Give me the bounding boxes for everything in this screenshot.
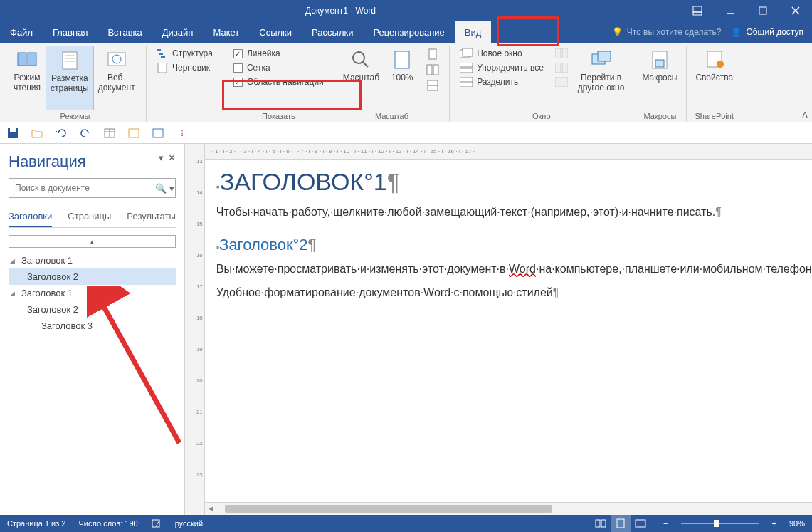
- nav-tab-headings[interactable]: Заголовки: [9, 207, 52, 227]
- open-icon[interactable]: [31, 127, 43, 139]
- zoom-slider[interactable]: [681, 523, 759, 524]
- nav-tab-results[interactable]: Результаты: [127, 207, 175, 227]
- one-page-icon[interactable]: [426, 48, 439, 60]
- lightbulb-icon: 💡: [612, 27, 623, 37]
- nav-pane-title: Навигация: [9, 152, 176, 171]
- new-window-button[interactable]: Новое окно: [460, 48, 544, 58]
- search-icon[interactable]: 🔍 ▾: [154, 179, 175, 197]
- save-icon[interactable]: [7, 127, 19, 139]
- nav-search: 🔍 ▾: [9, 178, 176, 198]
- tab-design[interactable]: Дизайн: [152, 21, 204, 43]
- zoom-in-button[interactable]: +: [772, 519, 776, 528]
- nav-tab-pages[interactable]: Страницы: [68, 207, 111, 227]
- tell-me-search[interactable]: 💡 Что вы хотите сделать?: [612, 27, 722, 37]
- svg-rect-48: [129, 129, 139, 137]
- collapse-ribbon-icon[interactable]: ᐱ: [802, 110, 808, 120]
- paragraph: Чтобы·начать·работу,·щелкните·любой·заме…: [216, 203, 812, 221]
- scroll-thumb[interactable]: [225, 505, 552, 513]
- file-tab[interactable]: Файл: [0, 21, 43, 43]
- zoom-button[interactable]: Масштаб: [339, 46, 384, 110]
- picture-icon[interactable]: [152, 127, 164, 139]
- tab-mailings[interactable]: Рассылки: [302, 21, 363, 43]
- group-label-modes: Режимы: [4, 112, 146, 120]
- ruler-checkbox[interactable]: ✓Линейка: [233, 48, 324, 58]
- svg-line-19: [363, 62, 368, 67]
- table2-icon[interactable]: [128, 127, 139, 139]
- status-word-count[interactable]: Число слов: 190: [78, 519, 137, 528]
- page-width-icon[interactable]: [426, 80, 439, 91]
- tab-references[interactable]: Ссылки: [249, 21, 302, 43]
- svg-rect-53: [596, 520, 600, 527]
- grid-checkbox[interactable]: Сетка: [233, 63, 324, 73]
- switch-windows-button[interactable]: Перейти в другое окно: [574, 46, 629, 110]
- table-icon[interactable]: [104, 127, 115, 139]
- status-page[interactable]: Страница 1 из 2: [7, 519, 65, 528]
- clear-format-icon[interactable]: ⁞: [176, 127, 188, 139]
- tab-insert[interactable]: Вставка: [97, 21, 152, 43]
- web-layout-icon: [105, 48, 128, 71]
- share-button[interactable]: 👤 Общий доступ: [731, 27, 803, 37]
- zoom-out-button[interactable]: −: [663, 519, 668, 528]
- arrange-all-button[interactable]: Упорядочить все: [460, 63, 544, 73]
- multi-page-icon[interactable]: [426, 64, 439, 75]
- read-mode-button[interactable]: Режим чтения: [9, 46, 46, 110]
- group-label-show: Показать: [223, 112, 334, 120]
- svg-rect-8: [63, 52, 77, 69]
- group-label-sharepoint: SharePoint: [687, 112, 742, 120]
- svg-rect-55: [617, 519, 624, 528]
- nav-search-input[interactable]: [9, 179, 154, 197]
- undo-icon[interactable]: [56, 127, 67, 139]
- checkbox-checked-icon: ✓: [233, 49, 243, 58]
- tree-item-h2-1[interactable]: Заголовок 2: [9, 268, 176, 285]
- highlight-view-tab: [497, 16, 559, 46]
- close-button[interactable]: [779, 0, 812, 21]
- page-layout-button[interactable]: Разметка страницы: [46, 46, 94, 110]
- nav-tree: ◢Заголовок 1 Заголовок 2 ◢Заголовок 1 За…: [9, 252, 176, 334]
- minimize-button[interactable]: [714, 0, 747, 21]
- tab-view[interactable]: Вид: [455, 21, 492, 43]
- horizontal-ruler: · 1 · ı · 2 · ı · 3 · ı · 4 · ı · 5 · ı …: [205, 144, 812, 160]
- svg-rect-28: [460, 63, 473, 67]
- svg-rect-32: [555, 48, 561, 58]
- svg-rect-6: [18, 53, 26, 66]
- draft-button[interactable]: Черновик: [157, 63, 213, 73]
- split-button[interactable]: Разделить: [460, 77, 544, 87]
- zoom-100-button[interactable]: 100%: [384, 46, 421, 110]
- tree-item-h3-1[interactable]: Заголовок 3: [9, 318, 176, 334]
- macros-button[interactable]: Макросы: [638, 46, 682, 110]
- svg-rect-7: [28, 53, 36, 66]
- svg-rect-22: [427, 65, 432, 75]
- tab-home[interactable]: Главная: [43, 21, 97, 43]
- read-view-icon[interactable]: [591, 515, 611, 532]
- structure-icon: [157, 48, 168, 58]
- structure-button[interactable]: Структура: [157, 48, 213, 58]
- page-layout-icon: [58, 49, 81, 72]
- tree-item-h2-2[interactable]: Заголовок 2: [9, 301, 176, 318]
- svg-rect-49: [153, 129, 163, 137]
- tab-review[interactable]: Рецензирование: [363, 21, 454, 43]
- status-language[interactable]: русский: [175, 519, 203, 528]
- dropdown-icon[interactable]: ▾: [159, 152, 164, 163]
- properties-button[interactable]: Свойства: [691, 46, 737, 110]
- redo-icon[interactable]: [80, 127, 91, 139]
- draft-icon: [157, 63, 168, 73]
- switch-windows-icon: [590, 48, 613, 71]
- document-page[interactable]: ▪ЗАГОЛОВОК°1¶ Чтобы·начать·работу,·щелкн…: [205, 160, 812, 502]
- web-layout-button[interactable]: Веб- документ: [94, 46, 139, 110]
- spell-check-icon[interactable]: [151, 518, 162, 528]
- tree-item-h1-1[interactable]: ◢Заголовок 1: [9, 252, 176, 268]
- ribbon-options-icon[interactable]: [681, 0, 714, 21]
- svg-rect-15: [159, 53, 163, 55]
- web-view-icon[interactable]: [631, 515, 650, 532]
- close-pane-icon[interactable]: ✕: [168, 152, 176, 163]
- navigation-pane-checkbox[interactable]: ✓Область навигации: [233, 77, 324, 87]
- tab-layout[interactable]: Макет: [203, 21, 249, 43]
- split-icon: [460, 77, 473, 87]
- horizontal-scrollbar[interactable]: ◂ ▸: [205, 502, 812, 515]
- tree-item-h1-2[interactable]: ◢Заголовок 1: [9, 285, 176, 301]
- maximize-button[interactable]: [747, 0, 779, 21]
- svg-rect-21: [429, 49, 436, 59]
- zoom-level[interactable]: 90%: [789, 519, 805, 528]
- print-view-icon[interactable]: [611, 515, 631, 532]
- nav-expand-button[interactable]: ▴: [9, 235, 176, 248]
